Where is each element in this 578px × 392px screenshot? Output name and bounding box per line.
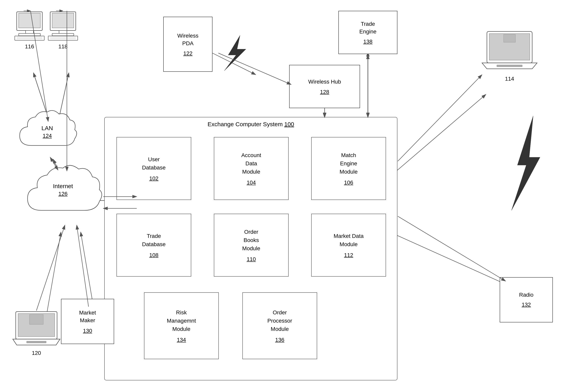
svg-rect-29 xyxy=(48,36,78,40)
account-data-num: 104 xyxy=(247,179,256,186)
svg-rect-35 xyxy=(504,34,515,42)
order-processor-num: 136 xyxy=(275,337,285,343)
match-engine-module: MatchEngineModule 106 xyxy=(311,137,386,200)
svg-rect-19 xyxy=(19,13,40,28)
order-processor-module: OrderProcessorModule 136 xyxy=(242,292,317,359)
risk-mgmt-label: RiskManagemntModule xyxy=(167,308,196,333)
trade-database-label: TradeDatabase xyxy=(142,232,166,249)
wireless-pda-num: 122 xyxy=(183,50,193,57)
svg-rect-41 xyxy=(27,341,46,343)
lightning-bolt-1 xyxy=(216,33,256,74)
order-processor-label: OrderProcessorModule xyxy=(267,308,292,333)
svg-line-51 xyxy=(77,225,89,307)
order-books-label: OrderBooksModule xyxy=(242,228,260,253)
svg-line-50 xyxy=(36,225,65,311)
wireless-hub-box: Wireless Hub 128 xyxy=(289,65,360,108)
svg-line-57 xyxy=(398,216,506,281)
market-maker-num: 130 xyxy=(83,328,92,334)
user-database-label: UserDatabase xyxy=(142,155,166,172)
svg-line-10 xyxy=(45,232,61,322)
laptop-114-label: 114 xyxy=(480,76,539,82)
lan-label: LAN xyxy=(42,125,53,131)
wireless-hub-num: 128 xyxy=(320,89,329,95)
svg-rect-28 xyxy=(52,33,74,36)
risk-mgmt-module: RiskManagemntModule 134 xyxy=(144,292,219,359)
match-engine-label: MatchEngineModule xyxy=(339,151,358,176)
radio-box: Radio 132 xyxy=(500,277,553,322)
svg-rect-40 xyxy=(30,314,43,324)
svg-rect-21 xyxy=(19,33,40,36)
trade-database-module: TradeDatabase 108 xyxy=(116,214,191,277)
trade-engine-num: 138 xyxy=(363,39,373,45)
wireless-pda-label: WirelessPDA xyxy=(177,32,198,47)
computer-118: 118 xyxy=(45,11,81,50)
market-data-module: Market DataModule 112 xyxy=(311,214,386,277)
svg-line-56 xyxy=(398,75,482,161)
svg-line-15 xyxy=(389,232,508,285)
svg-rect-26 xyxy=(52,13,74,28)
exchange-system-box: Exchange Computer System100 UserDatabase… xyxy=(104,117,397,380)
trade-database-num: 108 xyxy=(149,252,159,258)
market-data-label: Market DataModule xyxy=(334,232,364,249)
market-maker-label: MarketMaker xyxy=(79,309,96,324)
svg-marker-32 xyxy=(224,35,246,71)
svg-rect-20 xyxy=(26,31,33,33)
svg-line-14 xyxy=(389,94,486,177)
market-data-num: 112 xyxy=(344,252,353,258)
user-database-module: UserDatabase 102 xyxy=(116,137,191,200)
svg-rect-36 xyxy=(497,65,522,67)
internet-cloud: Internet 126 xyxy=(24,161,102,228)
wireless-hub-label: Wireless Hub xyxy=(308,78,341,86)
exchange-title: Exchange Computer System100 xyxy=(208,121,294,128)
diagram: 116 118 LAN 124 Internet 126 WirelessPDA… xyxy=(0,0,578,392)
laptop-120: 120 xyxy=(12,311,61,356)
svg-marker-37 xyxy=(512,116,540,210)
order-books-num: 110 xyxy=(247,256,256,262)
svg-rect-22 xyxy=(15,36,44,40)
order-books-module: OrderBooksModule 110 xyxy=(214,214,289,277)
market-maker-box: MarketMaker 130 xyxy=(61,299,114,344)
computer-116: 116 xyxy=(12,11,47,50)
trade-engine-label: TradeEngine xyxy=(359,20,376,35)
computer-116-label: 116 xyxy=(12,44,47,50)
radio-num: 132 xyxy=(522,302,531,308)
trade-engine-box: TradeEngine 138 xyxy=(338,11,397,54)
laptop-114: 114 xyxy=(480,31,539,82)
account-data-module: AccountDataModule 104 xyxy=(214,137,289,200)
computer-118-label: 118 xyxy=(45,44,81,50)
risk-mgmt-num: 134 xyxy=(177,337,186,343)
internet-label: Internet xyxy=(53,183,73,189)
internet-num: 126 xyxy=(53,191,73,197)
wireless-pda-box: WirelessPDA 122 xyxy=(163,17,212,72)
lan-num: 124 xyxy=(42,133,53,139)
account-data-label: AccountDataModule xyxy=(241,151,261,176)
laptop-120-label: 120 xyxy=(12,350,61,356)
lan-cloud: LAN 124 xyxy=(16,106,79,165)
radio-label: Radio xyxy=(519,292,533,298)
svg-rect-27 xyxy=(59,31,67,33)
user-database-num: 102 xyxy=(149,175,159,182)
lightning-bolt-2 xyxy=(506,114,545,213)
match-engine-num: 106 xyxy=(344,179,353,186)
